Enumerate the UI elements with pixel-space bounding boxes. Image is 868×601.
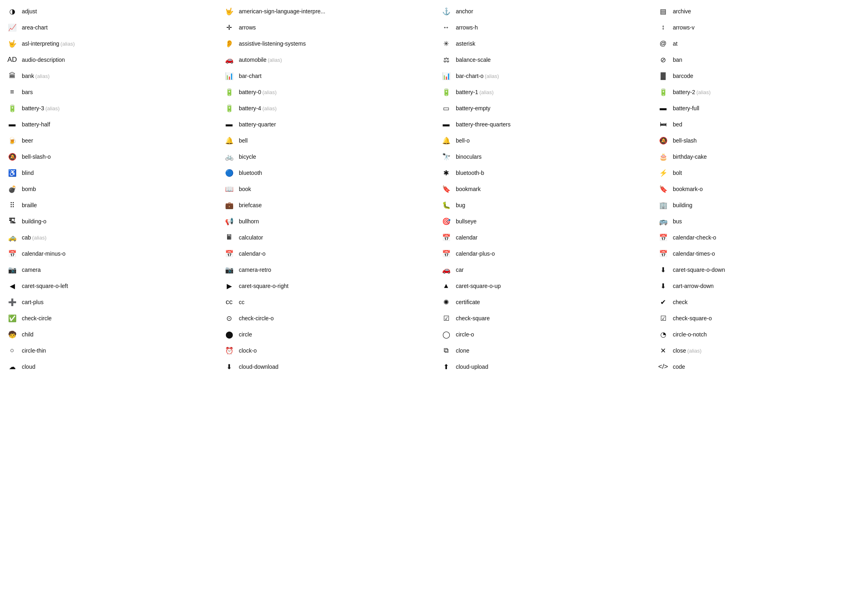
cab-icon: 🚕 bbox=[6, 233, 18, 242]
list-item: ✔check bbox=[651, 294, 868, 310]
braille-icon: ⠿ bbox=[6, 201, 18, 210]
birthday-cake-icon: 🎂 bbox=[657, 153, 669, 161]
close-icon: ✕ bbox=[657, 347, 669, 355]
icon-name-label: caret-square-o-down bbox=[673, 267, 725, 273]
list-item: ▬battery-three-quarters bbox=[434, 116, 651, 132]
list-item: 🔔bell bbox=[217, 132, 434, 149]
icon-name-label: barcode bbox=[673, 73, 693, 79]
icon-name-label: archive bbox=[673, 8, 691, 15]
check-square-icon: ☑ bbox=[440, 314, 452, 323]
code-icon: </> bbox=[657, 363, 669, 371]
camera-icon: 📷 bbox=[6, 266, 18, 274]
barcode-icon: ▓ bbox=[657, 72, 669, 80]
list-item: 📈area-chart bbox=[0, 19, 217, 36]
list-item: 🍺beer bbox=[0, 132, 217, 149]
calendar-check-o-icon: 📅 bbox=[657, 233, 669, 242]
cloud-upload-icon: ⬆ bbox=[440, 363, 452, 371]
bed-icon: 🛏 bbox=[657, 120, 669, 128]
icon-name-label: battery-half bbox=[22, 121, 50, 128]
calendar-minus-o-icon: 📅 bbox=[6, 250, 18, 258]
battery-empty-icon: ▭ bbox=[440, 104, 452, 113]
icon-name-label: bell-o bbox=[456, 137, 470, 144]
bullseye-icon: 🎯 bbox=[440, 217, 452, 226]
check-circle-icon: ✅ bbox=[6, 314, 18, 323]
icon-name-label: american-sign-language-interpre... bbox=[239, 8, 325, 15]
icon-name-label: bed bbox=[673, 121, 682, 128]
bluetooth-icon: 🔵 bbox=[223, 169, 235, 177]
list-item: 🔋battery-1(alias) bbox=[434, 84, 651, 100]
icon-name-label: cart-arrow-down bbox=[673, 283, 714, 289]
list-item: 🔕bell-slash bbox=[651, 132, 868, 149]
icon-name-label: camera-retro bbox=[239, 267, 271, 273]
icon-name-label: check-square bbox=[456, 315, 490, 322]
icon-name-label: bus bbox=[673, 218, 682, 225]
list-item: ➕cart-plus bbox=[0, 294, 217, 310]
icon-name-label: clone bbox=[456, 347, 469, 354]
bank-icon: 🏛 bbox=[6, 72, 18, 80]
list-item: ♿blind bbox=[0, 165, 217, 181]
icon-name-label: bar-chart-o(alias) bbox=[456, 73, 499, 79]
icon-name-label: automobile(alias) bbox=[239, 57, 282, 63]
list-item: 💣bomb bbox=[0, 181, 217, 197]
icon-name-label: calendar bbox=[456, 234, 478, 241]
list-item: ⚖balance-scale bbox=[434, 52, 651, 68]
archive-icon: ▤ bbox=[657, 7, 669, 16]
icon-name-label: circle bbox=[239, 331, 252, 338]
list-item: ⊘ban bbox=[651, 52, 868, 68]
list-item: ▬battery-quarter bbox=[217, 116, 434, 132]
icon-alias-label: (alias) bbox=[268, 57, 282, 63]
icon-name-label: battery-4(alias) bbox=[239, 105, 277, 111]
building-o-icon: 🏗 bbox=[6, 217, 18, 225]
icon-name-label: bolt bbox=[673, 170, 682, 176]
icon-name-label: bluetooth-b bbox=[456, 170, 484, 176]
blind-icon: ♿ bbox=[6, 169, 18, 177]
icon-name-label: camera bbox=[22, 267, 41, 273]
cloud-icon: ☁ bbox=[6, 363, 18, 371]
list-item: 🔋battery-4(alias) bbox=[217, 100, 434, 116]
list-item: 🔭binoculars bbox=[434, 149, 651, 165]
list-item: 🔋battery-3(alias) bbox=[0, 100, 217, 116]
icon-name-label: battery-0(alias) bbox=[239, 89, 277, 95]
icon-name-label: assistive-listening-systems bbox=[239, 40, 306, 47]
camera-retro-icon: 📷 bbox=[223, 266, 235, 274]
icon-name-label: at bbox=[673, 40, 678, 47]
icon-name-label: area-chart bbox=[22, 24, 48, 31]
list-item: cccc bbox=[217, 294, 434, 310]
list-item: 🚗car bbox=[434, 262, 651, 278]
list-item: 📊bar-chart bbox=[217, 68, 434, 84]
list-item: ☑check-square-o bbox=[651, 310, 868, 326]
caret-square-o-left-icon: ◀ bbox=[6, 282, 18, 290]
calendar-icon: 📅 bbox=[440, 233, 452, 242]
bars-icon: ≡ bbox=[6, 88, 18, 96]
list-item: 🔋battery-2(alias) bbox=[651, 84, 868, 100]
icon-name-label: check-square-o bbox=[673, 315, 712, 322]
list-item: 📅calendar-times-o bbox=[651, 246, 868, 262]
icon-name-label: bars bbox=[22, 89, 33, 95]
list-item: ▓barcode bbox=[651, 68, 868, 84]
icon-alias-label: (alias) bbox=[35, 73, 49, 79]
list-item: 📷camera-retro bbox=[217, 262, 434, 278]
list-item: ▭battery-empty bbox=[434, 100, 651, 116]
list-item: ◔circle-o-notch bbox=[651, 326, 868, 343]
icon-name-label: check-circle-o bbox=[239, 315, 274, 322]
asl-interpreting-icon: 🤟 bbox=[6, 40, 18, 48]
list-item: 🔖bookmark bbox=[434, 181, 651, 197]
bell-icon: 🔔 bbox=[223, 137, 235, 145]
caret-square-o-down-icon: ⬇ bbox=[657, 266, 669, 274]
icon-name-label: check-circle bbox=[22, 315, 52, 322]
icon-name-label: car bbox=[456, 267, 463, 273]
icon-name-label: building-o bbox=[22, 218, 46, 225]
automobile-icon: 🚗 bbox=[223, 56, 235, 64]
calendar-plus-o-icon: 📅 bbox=[440, 250, 452, 258]
list-item: 🔵bluetooth bbox=[217, 165, 434, 181]
area-chart-icon: 📈 bbox=[6, 23, 18, 32]
icon-alias-label: (alias) bbox=[696, 89, 710, 95]
list-item: 💼briefcase bbox=[217, 197, 434, 213]
icon-alias-label: (alias) bbox=[262, 89, 276, 95]
binoculars-icon: 🔭 bbox=[440, 153, 452, 161]
icon-name-label: beer bbox=[22, 137, 33, 144]
list-item: 🛏bed bbox=[651, 116, 868, 132]
icon-name-label: cloud-download bbox=[239, 364, 278, 370]
list-item: ◑adjust bbox=[0, 3, 217, 19]
icon-name-label: circle-o-notch bbox=[673, 331, 707, 338]
